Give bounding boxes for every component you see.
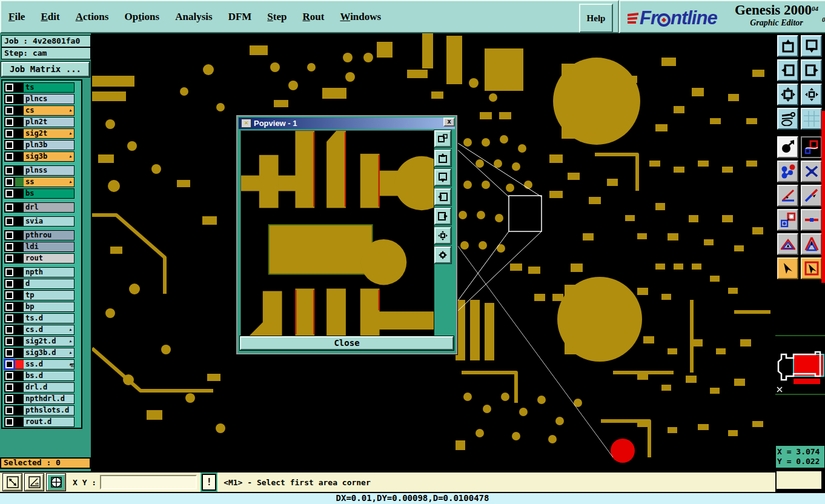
pan-right-button[interactable] (434, 208, 451, 225)
pan-up-button[interactable] (434, 150, 451, 167)
menu-rout[interactable]: Rout (303, 11, 325, 23)
layer-name[interactable]: pln2t (24, 118, 74, 127)
layer-name[interactable]: ts.d (24, 314, 74, 323)
popview-window-button[interactable] (434, 130, 451, 147)
angle-measure-button[interactable]: ok (25, 474, 44, 491)
layer-checkbox[interactable] (5, 395, 13, 403)
layer-checkbox[interactable] (5, 268, 13, 276)
layer-name[interactable]: drl (24, 203, 74, 212)
layer-name[interactable]: pthrou (24, 231, 74, 240)
layer-name[interactable]: pln3b (24, 141, 74, 150)
layer-checkbox[interactable] (5, 383, 13, 391)
layer-row-bs[interactable]: bs (4, 188, 75, 199)
layer-checkbox[interactable] (5, 217, 13, 225)
layer-row-ts[interactable]: ts (4, 82, 75, 93)
layer-checkbox[interactable] (5, 153, 13, 161)
layer-name[interactable]: sig2t.d➤ (24, 337, 74, 346)
menu-file[interactable]: File (8, 11, 25, 23)
layer-checkbox[interactable] (5, 107, 13, 114)
triangle-outline-button[interactable] (801, 233, 822, 255)
layer-name[interactable]: bp (24, 302, 74, 311)
pan-down-button[interactable] (434, 169, 451, 186)
layer-name[interactable]: drl.d (24, 383, 74, 392)
menu-windows[interactable]: Windows (340, 11, 381, 23)
zoom-fit-button[interactable] (434, 227, 451, 244)
grid-toggle-button[interactable] (801, 108, 822, 130)
layer-row-10.gko.d[interactable]: 10.gko.d➤ (4, 428, 75, 429)
layer-row-sig3b[interactable]: sig3b➤ (4, 151, 75, 162)
tools-palette-button[interactable] (777, 108, 798, 130)
layer-checkbox[interactable] (5, 349, 13, 357)
alert-button[interactable]: ! (202, 474, 216, 491)
layer-row-pthslots.d[interactable]: pthslots.d (4, 405, 75, 416)
layer-name[interactable]: rout.d (24, 417, 74, 426)
layer-checkbox[interactable] (5, 326, 13, 334)
xy-coordinate-input[interactable] (100, 475, 197, 489)
pan-left-button[interactable] (434, 188, 451, 205)
layer-checkbox[interactable] (5, 167, 13, 174)
popview-close-button[interactable]: Close (240, 336, 454, 350)
layer-name[interactable]: bs.d (24, 371, 74, 380)
help-button[interactable]: Help (579, 4, 613, 33)
measure-line-button[interactable] (801, 185, 822, 207)
layer-row-rout[interactable]: rout (4, 253, 75, 264)
layer-name[interactable]: plnss (24, 166, 74, 175)
layer-row-d[interactable]: d (4, 279, 75, 289)
layer-name[interactable]: sig2t➤ (24, 129, 74, 138)
layer-checkbox[interactable] (5, 118, 13, 126)
repeat-view-button[interactable] (801, 136, 822, 158)
pad-symbols-button[interactable] (777, 209, 798, 231)
move-copy-button[interactable] (777, 136, 798, 158)
layer-name[interactable]: cs.d➤ (24, 325, 74, 334)
layer-checkbox[interactable] (5, 84, 13, 91)
menu-actions[interactable]: Actions (76, 11, 109, 23)
menu-analysis[interactable]: Analysis (175, 11, 212, 23)
layer-name[interactable]: pthslots.d (24, 406, 74, 415)
red-scroll-indicator[interactable] (821, 111, 825, 283)
pan-left-button[interactable] (777, 59, 798, 81)
layer-checkbox[interactable] (5, 418, 13, 426)
layer-row-pln2t[interactable]: pln2t (4, 117, 75, 127)
layer-row-plnss[interactable]: plnss (4, 165, 75, 176)
layer-row-cs.d[interactable]: cs.d➤ (4, 325, 75, 335)
menu-edit[interactable]: Edit (41, 11, 59, 23)
layer-checkbox[interactable] (5, 314, 13, 322)
layer-name[interactable]: ldi (24, 242, 74, 251)
layer-checkbox[interactable] (5, 406, 13, 414)
delete-cross-button[interactable] (801, 161, 822, 182)
layer-name[interactable]: npth (24, 268, 74, 277)
layer-row-svia[interactable]: svia (4, 216, 75, 227)
layer-name[interactable]: svia (24, 217, 74, 226)
layer-row-ss[interactable]: ss➤ (4, 177, 75, 187)
layer-row-ldi[interactable]: ldi (4, 242, 75, 252)
layer-row-npthdrl.d[interactable]: npthdrl.d (4, 394, 75, 404)
layer-name[interactable]: sig3b.d➤ (24, 348, 74, 357)
layer-checkbox[interactable] (5, 95, 13, 103)
layer-name[interactable]: cs➤ (24, 106, 74, 115)
popview-titlebar[interactable]: ✕ Popview - 1 (239, 118, 455, 129)
layer-row-sig2t.d[interactable]: sig2t.d➤ (4, 336, 75, 346)
layer-name[interactable]: sig3b➤ (24, 152, 74, 161)
layer-row-pthrou[interactable]: pthrou (4, 230, 75, 240)
layer-name[interactable]: tp (24, 291, 74, 300)
layer-checkbox[interactable] (5, 190, 13, 197)
net-highlight-button[interactable] (777, 161, 798, 182)
layer-name[interactable]: bs (24, 189, 74, 198)
layer-row-ts.d[interactable]: ts.d (4, 313, 75, 323)
layer-checkbox[interactable] (5, 178, 13, 186)
layer-checkbox[interactable] (5, 337, 13, 345)
layer-row-bs.d[interactable]: bs.d (4, 371, 75, 381)
job-matrix-button[interactable]: Job Matrix ... (1, 62, 90, 77)
layer-checkbox[interactable] (5, 254, 13, 262)
layer-checkbox[interactable] (5, 243, 13, 251)
popview-dialog[interactable]: ✕ Popview - 1 x (236, 115, 457, 354)
layer-row-sig2t[interactable]: sig2t➤ (4, 128, 75, 139)
pan-up-button[interactable] (777, 35, 798, 57)
layer-name[interactable]: plncs (24, 94, 74, 104)
zoom-center-button[interactable] (434, 247, 451, 264)
layer-checkbox[interactable] (5, 141, 13, 149)
triangle-fill-button[interactable] (777, 233, 798, 255)
layer-name[interactable]: ss.d➤⊞ (24, 360, 74, 369)
pan-right-button[interactable] (801, 59, 822, 81)
layer-checkbox[interactable] (5, 303, 13, 311)
